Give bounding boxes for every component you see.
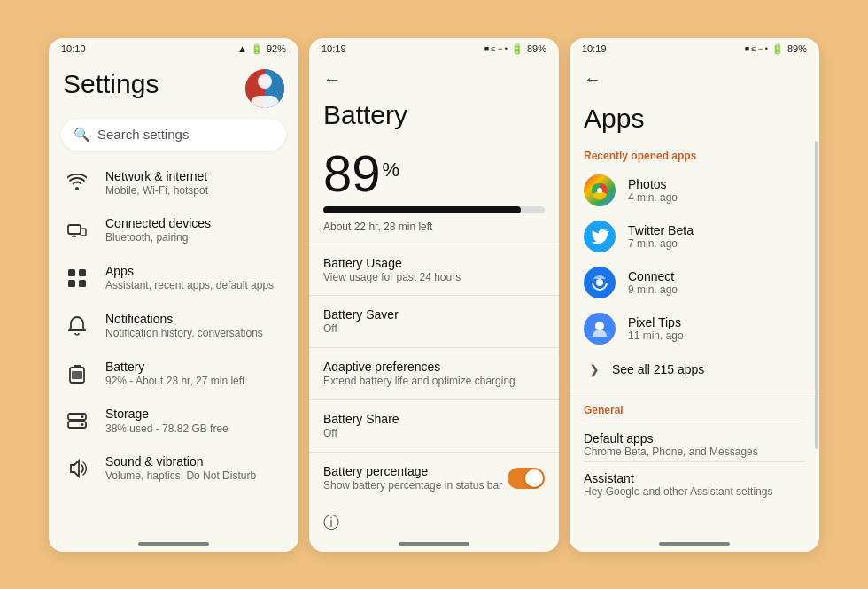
- notifications-icon: [63, 312, 91, 340]
- settings-item-battery-text: Battery 92% - About 23 hr, 27 min left: [105, 359, 284, 389]
- settings-list: Network & internet Mobile, Wi-Fi, hotspo…: [49, 159, 298, 492]
- connected-devices-icon: [63, 216, 91, 244]
- app-item-pixel[interactable]: Pixel Tips 11 min. ago: [570, 306, 819, 352]
- home-bar: [138, 542, 209, 546]
- app-item-connect[interactable]: Connect 9 min. ago: [570, 260, 819, 306]
- search-icon: 🔍: [74, 127, 90, 143]
- battery-pct-battery: 89%: [527, 43, 546, 54]
- svg-point-21: [597, 188, 602, 193]
- battery-percentage-text: Battery percentage Show battery percenta…: [323, 463, 502, 493]
- default-apps-sub: Chrome Beta, Phone, and Messages: [584, 446, 805, 458]
- search-bar[interactable]: 🔍 Search settings: [61, 119, 286, 151]
- battery-header: Battery: [309, 93, 559, 139]
- apps-page-title: Apps: [570, 93, 819, 141]
- assistant-title: Assistant: [584, 471, 805, 485]
- battery-usage-section[interactable]: Battery Usage View usage for past 24 hou…: [309, 244, 559, 296]
- settings-item-devices-text: Connected devices Bluetooth, pairing: [105, 215, 284, 245]
- settings-item-devices[interactable]: Connected devices Bluetooth, pairing: [49, 206, 298, 254]
- battery-icon-settings: 🔋: [251, 43, 263, 55]
- settings-title: Settings: [63, 69, 159, 98]
- svg-point-2: [258, 74, 272, 89]
- settings-item-network[interactable]: Network & internet Mobile, Wi-Fi, hotspo…: [49, 159, 298, 207]
- home-indicator-apps: [570, 536, 819, 552]
- adaptive-prefs-sub: Extend battery life and optimize chargin…: [323, 375, 545, 389]
- storage-subtitle: 38% used - 78.82 GB free: [105, 422, 284, 437]
- adaptive-prefs-section[interactable]: Adaptive preferences Extend battery life…: [309, 347, 559, 399]
- connect-icon: [584, 267, 616, 298]
- avatar[interactable]: [245, 69, 284, 108]
- twitter-time: 7 min. ago: [628, 237, 805, 250]
- battery-icon-battery: 🔋: [511, 43, 523, 55]
- svg-rect-10: [68, 280, 75, 287]
- settings-item-storage[interactable]: Storage 38% used - 78.82 GB free: [49, 397, 298, 445]
- svg-point-23: [595, 322, 604, 330]
- settings-item-notifications-text: Notifications Notification history, conv…: [105, 311, 284, 341]
- svg-point-17: [81, 415, 84, 418]
- settings-item-sound[interactable]: Sound & vibration Volume, haptics, Do No…: [49, 445, 298, 492]
- apps-subtitle: Assistant, recent apps, default apps: [105, 279, 284, 293]
- settings-item-apps[interactable]: Apps Assistant, recent apps, default app…: [49, 254, 298, 302]
- wifi-icon-settings: ▲: [237, 43, 247, 54]
- time-apps: 10:19: [582, 43, 607, 54]
- battery-settings-icon: [63, 360, 91, 388]
- pixel-text: Pixel Tips 11 min. ago: [628, 315, 805, 342]
- photos-time: 4 min. ago: [628, 191, 805, 204]
- settings-item-battery[interactable]: Battery 92% - About 23 hr, 27 min left: [49, 350, 298, 398]
- status-bar-settings: 10:10 ▲ 🔋 92%: [49, 38, 298, 58]
- info-icon-row: ⓘ: [309, 503, 559, 535]
- battery-share-sub: Off: [323, 427, 545, 441]
- see-all-text: See all 215 apps: [612, 362, 704, 376]
- battery-saver-section[interactable]: Battery Saver Off: [309, 295, 559, 347]
- battery-share-section[interactable]: Battery Share Off: [309, 399, 559, 452]
- battery-saver-sub: Off: [323, 322, 545, 337]
- battery-page-title: Battery: [323, 100, 545, 130]
- wifi-icon-battery: ■ ≤ − •: [484, 44, 508, 53]
- sound-title: Sound & vibration: [105, 453, 284, 469]
- battery-percent-display: 89 %: [309, 139, 559, 203]
- status-bar-battery: 10:19 ■ ≤ − • 🔋 89%: [309, 38, 559, 58]
- connect-name: Connect: [628, 269, 805, 283]
- assistant-item[interactable]: Assistant Hey Google and other Assistant…: [584, 461, 805, 501]
- status-icons-settings: ▲ 🔋 92%: [237, 43, 286, 55]
- connect-time: 9 min. ago: [628, 283, 805, 296]
- info-icon: ⓘ: [323, 514, 339, 531]
- default-apps-item[interactable]: Default apps Chrome Beta, Phone, and Mes…: [584, 422, 805, 461]
- network-title: Network & internet: [105, 168, 284, 184]
- battery-bar-fill: [323, 206, 521, 213]
- settings-item-storage-text: Storage 38% used - 78.82 GB free: [105, 406, 284, 436]
- svg-rect-8: [68, 269, 75, 276]
- storage-title: Storage: [105, 406, 284, 422]
- battery-time-left: About 22 hr, 28 min left: [309, 217, 559, 244]
- app-item-twitter[interactable]: Twitter Beta 7 min. ago: [570, 213, 819, 260]
- home-bar-battery: [399, 542, 469, 546]
- search-placeholder: Search settings: [97, 127, 189, 142]
- general-label: General: [570, 395, 819, 422]
- phone-battery: 10:19 ■ ≤ − • 🔋 89% ← Battery 89 % About…: [309, 38, 559, 552]
- svg-point-18: [81, 423, 84, 426]
- see-all-row[interactable]: ❯ See all 215 apps: [570, 352, 819, 387]
- app-item-photos[interactable]: Photos 4 min. ago: [570, 167, 819, 213]
- battery-content: ← Battery 89 % About 22 hr, 28 min left …: [309, 58, 559, 536]
- svg-rect-9: [79, 269, 86, 276]
- see-all-chevron-icon: ❯: [584, 359, 605, 380]
- back-button-apps[interactable]: ←: [570, 58, 819, 93]
- svg-rect-14: [72, 371, 82, 379]
- battery-percent-symbol: %: [383, 160, 400, 180]
- back-button-battery[interactable]: ←: [309, 58, 559, 93]
- phone-apps: 10:19 ■ ≤ − • 🔋 89% ← Apps Recently open…: [570, 38, 819, 552]
- settings-content: Settings 🔍 Search settings: [49, 58, 298, 536]
- photos-name: Photos: [628, 177, 805, 191]
- apps-content: ← Apps Recently opened apps Ph: [570, 58, 819, 536]
- battery-pct-apps: 89%: [787, 43, 807, 54]
- battery-percentage-section[interactable]: Battery percentage Show battery percenta…: [309, 452, 559, 504]
- twitter-icon: [584, 221, 616, 252]
- default-apps-title: Default apps: [584, 431, 805, 446]
- wifi-icon: [63, 168, 91, 197]
- time-settings: 10:10: [61, 43, 86, 54]
- battery-percentage-row: Battery percentage Show battery percenta…: [323, 463, 545, 493]
- settings-item-notifications[interactable]: Notifications Notification history, conv…: [49, 302, 298, 350]
- notifications-subtitle: Notification history, conversations: [105, 327, 284, 341]
- battery-percentage-toggle[interactable]: [508, 468, 545, 489]
- apps-icon: [63, 264, 91, 292]
- pixel-icon: [584, 313, 616, 345]
